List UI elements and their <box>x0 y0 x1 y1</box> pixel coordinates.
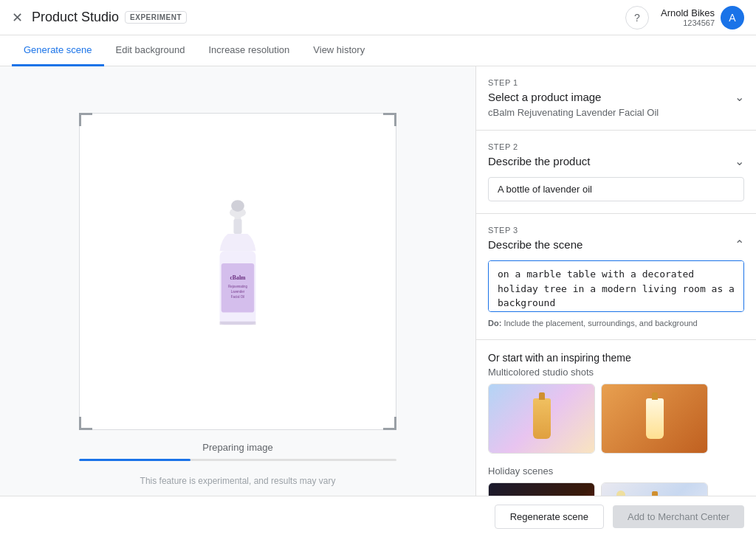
product-image: cBalm Rejuvenating Lavender Facial Oil <box>179 190 297 353</box>
svg-text:Lavender: Lavender <box>231 290 245 294</box>
header: ✕ Product Studio EXPERIMENT ? Arnold Bik… <box>0 0 756 35</box>
add-to-merchant-center-button[interactable]: Add to Merchant Center <box>613 505 744 528</box>
theme-multicolored-2[interactable] <box>601 384 708 454</box>
step-1-card: STEP 1 Select a product image ⌄ cBalm Re… <box>476 66 756 131</box>
account-info: Arnold Bikes 1234567 <box>661 7 715 27</box>
tiny-tube-colorful <box>533 398 551 439</box>
step-2-card: STEP 2 Describe the product ⌄ <box>476 131 756 214</box>
step-1-number: STEP 1 <box>488 78 744 87</box>
progress-bar-fill <box>79 459 190 461</box>
svg-text:cBalm: cBalm <box>230 274 246 281</box>
step-2-number: STEP 2 <box>488 142 744 151</box>
step-2-title: Describe the product <box>488 155 590 167</box>
multicolored-images <box>488 384 744 454</box>
corner-tr <box>383 113 396 126</box>
progress-label: Preparing image <box>79 442 396 453</box>
theme-multicolored-1[interactable] <box>488 384 595 454</box>
tab-generate-scene[interactable]: Generate scene <box>12 35 104 66</box>
product-description-input[interactable] <box>488 177 744 201</box>
svg-text:Facial Oil: Facial Oil <box>231 295 245 299</box>
corner-br <box>383 417 396 430</box>
close-button[interactable]: ✕ <box>12 10 23 26</box>
canvas-panel: cBalm Rejuvenating Lavender Facial Oil P… <box>0 66 475 533</box>
product-bottle-svg: cBalm Rejuvenating Lavender Facial Oil <box>193 198 282 345</box>
theme-or-label: Or start with an inspiring theme <box>488 352 744 364</box>
app-title: Product Studio <box>32 10 119 25</box>
tiny-tube-orange <box>646 398 664 439</box>
step-1-value: cBalm Rejuvenating Lavender Facial Oil <box>488 107 744 118</box>
account-area: Arnold Bikes 1234567 A <box>661 6 744 30</box>
svg-point-2 <box>231 200 244 212</box>
account-name: Arnold Bikes <box>661 7 715 18</box>
account-id: 1234567 <box>661 18 715 27</box>
step-2-header: Describe the product ⌄ <box>488 154 744 168</box>
experiment-badge: EXPERIMENT <box>125 11 187 24</box>
svg-rect-3 <box>233 219 241 234</box>
avatar[interactable]: A <box>721 6 744 30</box>
step-hint: Do: Include the placement, surroundings,… <box>488 319 744 328</box>
regenerate-scene-button[interactable]: Regenerate scene <box>495 505 604 529</box>
step-3-header: Describe the scene ⌃ <box>488 238 744 252</box>
bottom-bar: Regenerate scene Add to Merchant Center <box>0 496 756 537</box>
canvas-container: cBalm Rejuvenating Lavender Facial Oil <box>79 113 396 430</box>
progress-area: Preparing image <box>79 442 396 461</box>
step-3-chevron-up-icon[interactable]: ⌃ <box>735 238 744 252</box>
progress-bar-track <box>79 459 396 461</box>
scene-description-textarea[interactable]: on a marble table with a decorated holid… <box>488 260 744 312</box>
step-1-chevron-icon[interactable]: ⌄ <box>735 90 744 104</box>
theme-orange-bg <box>602 384 707 453</box>
step-3-card: STEP 3 Describe the scene ⌃ on a marble … <box>476 214 756 340</box>
step-2-chevron-icon[interactable]: ⌄ <box>735 154 744 168</box>
svg-text:Rejuvenating: Rejuvenating <box>228 285 247 288</box>
main-content: cBalm Rejuvenating Lavender Facial Oil P… <box>0 66 756 533</box>
hint-text: Include the placement, surroundings, and… <box>504 319 697 328</box>
step-1-header: Select a product image ⌄ <box>488 90 744 104</box>
help-icon: ? <box>634 12 640 24</box>
hint-label: Do: <box>488 319 501 328</box>
nav-tabs: Generate scene Edit background Increase … <box>0 35 756 66</box>
step-3-number: STEP 3 <box>488 226 744 235</box>
theme-colorful-bg <box>489 384 594 453</box>
help-button[interactable]: ? <box>625 6 649 30</box>
tab-view-history[interactable]: View history <box>301 35 377 66</box>
corner-bl <box>79 417 92 430</box>
tab-edit-background[interactable]: Edit background <box>104 35 197 66</box>
multicolored-label: Multicolored studio shots <box>488 367 744 378</box>
tab-increase-resolution[interactable]: Increase resolution <box>196 35 301 66</box>
corner-tl <box>79 113 92 126</box>
holiday-label: Holiday scenes <box>488 465 744 477</box>
step-3-title: Describe the scene <box>488 238 583 251</box>
svg-rect-10 <box>220 322 256 325</box>
step-1-title: Select a product image <box>488 91 601 103</box>
experimental-note: This feature is experimental, and result… <box>140 476 336 486</box>
right-panel: STEP 1 Select a product image ⌄ cBalm Re… <box>475 66 756 533</box>
